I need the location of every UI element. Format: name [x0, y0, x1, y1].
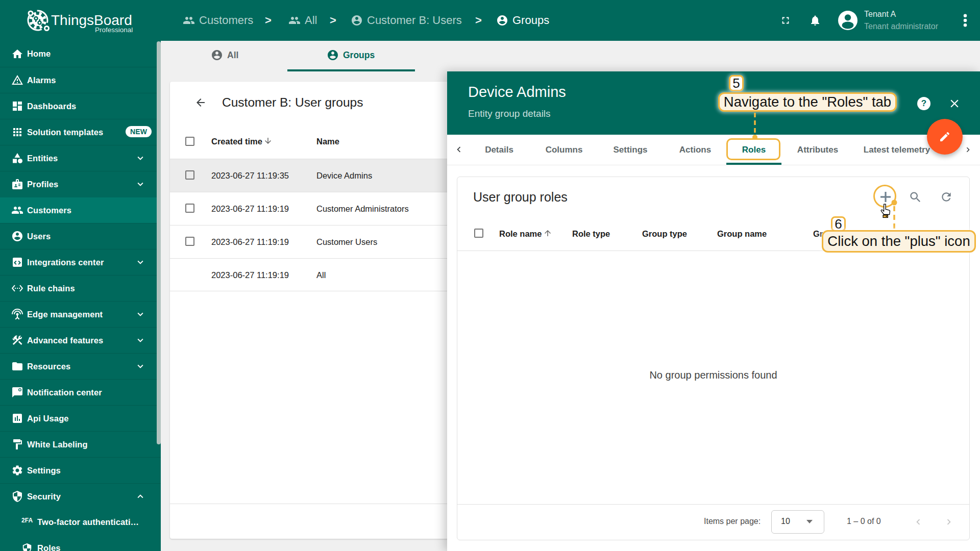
- svg-text:2FA: 2FA: [21, 517, 33, 524]
